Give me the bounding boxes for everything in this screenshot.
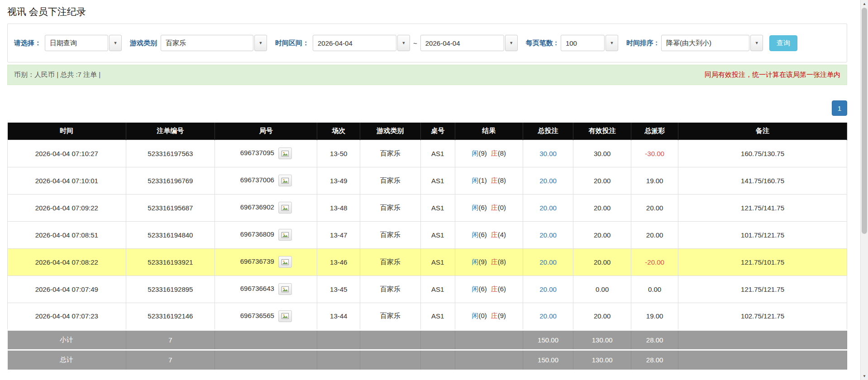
grand-total-row: 总计 7 150.00 130.00 28.00 <box>8 350 847 370</box>
query-type-dropdown[interactable]: 日期查询 ▼ <box>45 35 122 51</box>
scroll-down-icon[interactable]: ▼ <box>861 372 868 380</box>
footer-empty-cell <box>215 330 317 350</box>
round-number: 696736809 <box>240 230 274 238</box>
scrollbar-thumb[interactable] <box>862 8 867 234</box>
query-type-value[interactable]: 日期查询 <box>45 35 108 51</box>
cell-total-bet[interactable]: 30.00 <box>523 140 573 167</box>
col-header-game-type: 游戏类别 <box>360 123 421 140</box>
cell-total-bet[interactable]: 20.00 <box>523 276 573 303</box>
grand-total-payout: 28.00 <box>631 350 678 370</box>
cell-time: 2026-04-04 07:09:22 <box>8 194 126 221</box>
cell-payout: -30.00 <box>631 140 678 167</box>
cell-game-type: 百家乐 <box>360 248 421 276</box>
cell-valid-bet: 20.00 <box>573 248 631 276</box>
round-number: 696736643 <box>240 285 274 292</box>
col-header-time: 时间 <box>8 123 126 140</box>
cell-game-type: 百家乐 <box>360 303 421 330</box>
sort-order-label: 时间排序 : <box>626 39 658 48</box>
chevron-down-icon[interactable]: ▼ <box>750 35 763 51</box>
chevron-down-icon[interactable]: ▼ <box>505 35 518 51</box>
player-points: (6) <box>478 204 486 211</box>
round-preview-button[interactable] <box>278 229 292 241</box>
banker-points: (0) <box>498 204 506 211</box>
page-1-button[interactable]: 1 <box>832 100 847 116</box>
date-from-value[interactable]: 2026-04-04 <box>313 35 396 51</box>
round-preview-button[interactable] <box>278 175 292 186</box>
subtotal-count: 7 <box>126 330 215 350</box>
chevron-down-icon[interactable]: ▼ <box>606 35 618 51</box>
footer-empty-cell <box>455 350 523 370</box>
cell-note: 102.75/121.75 <box>678 303 847 330</box>
col-header-valid-bet: 有效投注 <box>573 123 631 140</box>
cell-total-bet[interactable]: 20.00 <box>523 167 573 194</box>
cell-valid-bet: 20.00 <box>573 167 631 194</box>
date-from-picker[interactable]: 2026-04-04 ▼ <box>313 35 410 51</box>
page-size-dropdown[interactable]: 100 ▼ <box>561 35 618 51</box>
page-size-value[interactable]: 100 <box>561 35 605 51</box>
footer-empty-cell <box>360 350 421 370</box>
player-result: 闲 <box>472 149 478 157</box>
cell-session: 13-46 <box>317 248 360 276</box>
sort-order-value[interactable]: 降幂(由大到小) <box>661 35 749 51</box>
subtotal-row: 小计 7 150.00 130.00 28.00 <box>8 330 847 350</box>
cell-note: 121.75/121.75 <box>678 276 847 303</box>
browser-scrollbar[interactable]: ▲ ▼ <box>860 0 868 380</box>
footer-empty-cell <box>360 330 421 350</box>
round-preview-button[interactable] <box>278 147 292 159</box>
chevron-down-icon[interactable]: ▼ <box>254 35 267 51</box>
cell-note: 141.75/160.75 <box>678 167 847 194</box>
cell-valid-bet: 0.00 <box>573 276 631 303</box>
round-number: 696737095 <box>240 149 274 157</box>
page-content: 视讯 会员下注纪录 请选择： 日期查询 ▼ 游戏类别 百家乐 ▼ 时间区间： 2… <box>7 5 847 370</box>
cell-table-no: AS1 <box>420 248 455 276</box>
round-preview-button[interactable] <box>278 256 292 268</box>
col-header-table-no: 桌号 <box>420 123 455 140</box>
cell-total-bet[interactable]: 20.00 <box>523 248 573 276</box>
date-to-value[interactable]: 2026-04-04 <box>420 35 504 51</box>
cell-valid-bet: 20.00 <box>573 303 631 330</box>
photo-icon <box>281 259 289 265</box>
cell-total-bet[interactable]: 20.00 <box>523 221 573 248</box>
filter-bar: 请选择： 日期查询 ▼ 游戏类别 百家乐 ▼ 时间区间： 2026-04-04 … <box>7 24 847 62</box>
cell-table-no: AS1 <box>420 140 455 167</box>
scroll-up-icon[interactable]: ▲ <box>861 0 868 8</box>
chevron-down-icon[interactable]: ▼ <box>397 35 410 51</box>
cell-total-bet[interactable]: 20.00 <box>523 194 573 221</box>
chevron-down-icon[interactable]: ▼ <box>109 35 122 51</box>
cell-bet-no: 523316197563 <box>126 140 215 167</box>
footer-empty-cell <box>420 350 455 370</box>
pagination: 1 <box>7 100 847 116</box>
cell-payout: -20.00 <box>631 248 678 276</box>
cell-note: 121.75/101.75 <box>678 248 847 276</box>
cell-round-no: 696736809 <box>215 221 317 248</box>
cell-game-type: 百家乐 <box>360 221 421 248</box>
cell-bet-no: 523316193921 <box>126 248 215 276</box>
round-number: 696736739 <box>240 257 274 265</box>
table-body: 2026-04-04 07:10:27 523316197563 6967370… <box>8 140 847 330</box>
select-type-label: 请选择： <box>14 39 41 48</box>
footer-empty-cell <box>678 330 847 350</box>
cell-result: 闲(9)庄(8) <box>455 140 523 167</box>
footer-empty-cell <box>420 330 455 350</box>
col-header-note: 备注 <box>678 123 847 140</box>
search-button[interactable]: 查询 <box>769 35 797 51</box>
banker-result: 庄 <box>491 285 498 293</box>
cell-total-bet[interactable]: 20.00 <box>523 303 573 330</box>
player-points: (6) <box>478 285 486 293</box>
game-type-dropdown[interactable]: 百家乐 ▼ <box>161 35 267 51</box>
player-result: 闲 <box>472 231 478 238</box>
player-points: (9) <box>478 258 486 266</box>
cell-game-type: 百家乐 <box>360 194 421 221</box>
game-type-value[interactable]: 百家乐 <box>161 35 253 51</box>
cell-note: 121.75/141.75 <box>678 194 847 221</box>
currency-summary-text: 币别：人民币 | 总共 :7 注单 | <box>14 71 100 79</box>
cell-payout: 19.00 <box>631 167 678 194</box>
cell-result: 闲(6)庄(6) <box>455 276 523 303</box>
round-preview-button[interactable] <box>278 283 292 295</box>
sort-order-dropdown[interactable]: 降幂(由大到小) ▼ <box>661 35 763 51</box>
date-to-picker[interactable]: 2026-04-04 ▼ <box>420 35 518 51</box>
cell-table-no: AS1 <box>420 221 455 248</box>
summary-bar: 币别：人民币 | 总共 :7 注单 | 同局有效投注，统一计算在该局第一张注单内 <box>7 65 847 85</box>
round-preview-button[interactable] <box>278 202 292 214</box>
round-preview-button[interactable] <box>278 310 292 322</box>
